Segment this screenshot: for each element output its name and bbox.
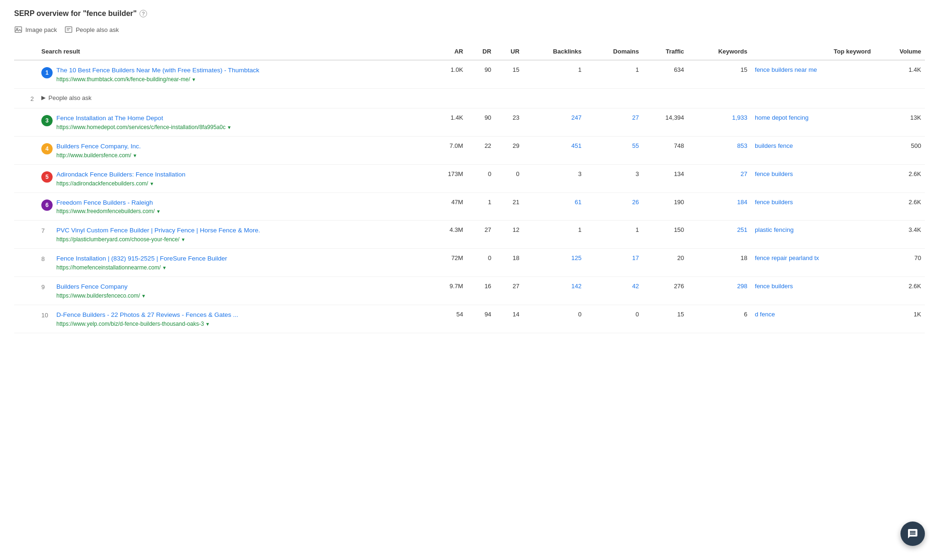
backlinks-value[interactable]: 3 xyxy=(523,164,585,192)
traffic-value: 634 xyxy=(643,60,688,88)
top-keyword-value[interactable]: fence builders xyxy=(751,192,875,221)
result-title-link[interactable]: Fence Installation | (832) 915-2525 | Fo… xyxy=(56,255,227,262)
table-row: 10 D-Fence Builders - 22 Photos & 27 Rev… xyxy=(14,305,925,333)
top-keyword-value[interactable]: home depot fencing xyxy=(751,108,875,136)
top-keyword-value[interactable]: fence repair pearland tx xyxy=(751,249,875,277)
url-dropdown-arrow[interactable]: ▼ xyxy=(148,181,154,186)
rank-number: 10 xyxy=(41,312,53,319)
keywords-value[interactable]: 184 xyxy=(688,192,751,221)
backlinks-value[interactable]: 125 xyxy=(523,249,585,277)
top-keyword-value[interactable]: d fence xyxy=(751,305,875,333)
help-icon[interactable]: ? xyxy=(140,10,147,17)
keywords-value[interactable]: 18 xyxy=(688,249,751,277)
backlinks-value[interactable]: 451 xyxy=(523,136,585,164)
backlinks-value[interactable]: 142 xyxy=(523,277,585,305)
keywords-value[interactable]: 27 xyxy=(688,164,751,192)
row-number-cell xyxy=(14,305,38,333)
keywords-value[interactable]: 853 xyxy=(688,136,751,164)
col-header-top-keyword: Top keyword xyxy=(751,43,875,60)
url-dropdown-arrow[interactable]: ▼ xyxy=(190,77,196,82)
top-keyword-value[interactable]: fence builders xyxy=(751,277,875,305)
result-title-link[interactable]: D-Fence Builders - 22 Photos & 27 Review… xyxy=(56,311,238,318)
people-also-ask-tag[interactable]: People also ask xyxy=(64,25,119,34)
image-pack-label: Image pack xyxy=(25,26,57,33)
row-number-cell xyxy=(14,192,38,221)
search-result-cell: 4 Builders Fence Company, Inc. http://ww… xyxy=(38,136,427,164)
domains-value[interactable]: 42 xyxy=(585,277,643,305)
url-dropdown-arrow[interactable]: ▼ xyxy=(131,153,137,158)
result-title-link[interactable]: PVC Vinyl Custom Fence Builder | Privacy… xyxy=(56,227,260,234)
table-row: 7 PVC Vinyl Custom Fence Builder | Priva… xyxy=(14,221,925,249)
image-pack-tag[interactable]: Image pack xyxy=(14,25,57,34)
result-url[interactable]: https://www.freedomfencebuilders.com/ ▼ xyxy=(56,208,424,215)
url-dropdown-arrow[interactable]: ▼ xyxy=(225,125,232,130)
dr-value: 0 xyxy=(467,249,495,277)
url-dropdown-arrow[interactable]: ▼ xyxy=(140,293,146,299)
volume-value: 2.6K xyxy=(875,277,925,305)
result-title-link[interactable]: Builders Fence Company, Inc. xyxy=(56,143,141,150)
rank-number: 9 xyxy=(41,284,53,291)
table-row: 9 Builders Fence Company https://www.bui… xyxy=(14,277,925,305)
url-dropdown-arrow[interactable]: ▼ xyxy=(204,322,210,327)
result-title-link[interactable]: The 10 Best Fence Builders Near Me (with… xyxy=(56,67,259,74)
ar-value: 4.3M xyxy=(427,221,467,249)
traffic-value: 190 xyxy=(643,192,688,221)
dr-value: 27 xyxy=(467,221,495,249)
domains-value[interactable]: 3 xyxy=(585,164,643,192)
top-keyword-value[interactable]: plastic fencing xyxy=(751,221,875,249)
table-row: 6 Freedom Fence Builders - Raleigh https… xyxy=(14,192,925,221)
url-dropdown-arrow[interactable]: ▼ xyxy=(155,209,161,214)
top-keyword-value[interactable]: fence builders xyxy=(751,164,875,192)
rank-badge: 5 xyxy=(41,171,53,183)
ur-value: 0 xyxy=(495,164,523,192)
result-url[interactable]: http://www.buildersfence.com/ ▼ xyxy=(56,152,424,159)
domains-value[interactable]: 1 xyxy=(585,221,643,249)
ur-value: 18 xyxy=(495,249,523,277)
domains-value[interactable]: 17 xyxy=(585,249,643,277)
result-title-link[interactable]: Freedom Fence Builders - Raleigh xyxy=(56,199,153,206)
keywords-value[interactable]: 298 xyxy=(688,277,751,305)
top-keyword-value[interactable]: builders fence xyxy=(751,136,875,164)
keywords-value[interactable]: 15 xyxy=(688,60,751,88)
keywords-value[interactable]: 251 xyxy=(688,221,751,249)
paa-cell: ▶ People also ask xyxy=(38,88,925,108)
keywords-value[interactable]: 1,933 xyxy=(688,108,751,136)
traffic-value: 134 xyxy=(643,164,688,192)
domains-value[interactable]: 27 xyxy=(585,108,643,136)
serp-overview-title: SERP overview for "fence builder" ? xyxy=(14,9,925,18)
domains-value[interactable]: 0 xyxy=(585,305,643,333)
question-icon xyxy=(64,25,73,34)
backlinks-value[interactable]: 1 xyxy=(523,221,585,249)
row-number: 2 xyxy=(14,88,38,108)
col-header-traffic: Traffic xyxy=(643,43,688,60)
result-title-link[interactable]: Adirondack Fence Builders: Fence Install… xyxy=(56,171,186,178)
ar-value: 72M xyxy=(427,249,467,277)
result-url[interactable]: https://homefenceinstallationnearme.com/… xyxy=(56,264,424,271)
top-keyword-value[interactable]: fence builders near me xyxy=(751,60,875,88)
paa-label: People also ask xyxy=(48,94,92,101)
backlinks-value[interactable]: 247 xyxy=(523,108,585,136)
url-dropdown-arrow[interactable]: ▼ xyxy=(161,265,167,270)
result-url[interactable]: https://www.thumbtack.com/k/fence-buildi… xyxy=(56,76,424,83)
result-url[interactable]: https://plasticlumberyard.com/choose-you… xyxy=(56,236,424,243)
result-url[interactable]: https://www.buildersfenceco.com/ ▼ xyxy=(56,292,424,299)
result-url[interactable]: https://www.yelp.com/biz/d-fence-builder… xyxy=(56,321,424,327)
result-title-link[interactable]: Fence Installation at The Home Depot xyxy=(56,115,163,122)
backlinks-value[interactable]: 0 xyxy=(523,305,585,333)
result-url[interactable]: https://www.homedepot.com/services/c/fen… xyxy=(56,124,424,130)
backlinks-value[interactable]: 1 xyxy=(523,60,585,88)
dr-value: 90 xyxy=(467,108,495,136)
traffic-value: 20 xyxy=(643,249,688,277)
result-url[interactable]: https://adirondackfencebuilders.com/ ▼ xyxy=(56,180,424,187)
keywords-value[interactable]: 6 xyxy=(688,305,751,333)
row-number-cell xyxy=(14,60,38,88)
result-title-link[interactable]: Builders Fence Company xyxy=(56,283,128,290)
backlinks-value[interactable]: 61 xyxy=(523,192,585,221)
domains-value[interactable]: 55 xyxy=(585,136,643,164)
domains-value[interactable]: 1 xyxy=(585,60,643,88)
dr-value: 94 xyxy=(467,305,495,333)
paa-expand-arrow[interactable]: ▶ xyxy=(41,94,46,101)
domains-value[interactable]: 26 xyxy=(585,192,643,221)
serp-table: Search result AR DR UR Backlinks Domains… xyxy=(14,43,925,333)
url-dropdown-arrow[interactable]: ▼ xyxy=(179,237,186,242)
